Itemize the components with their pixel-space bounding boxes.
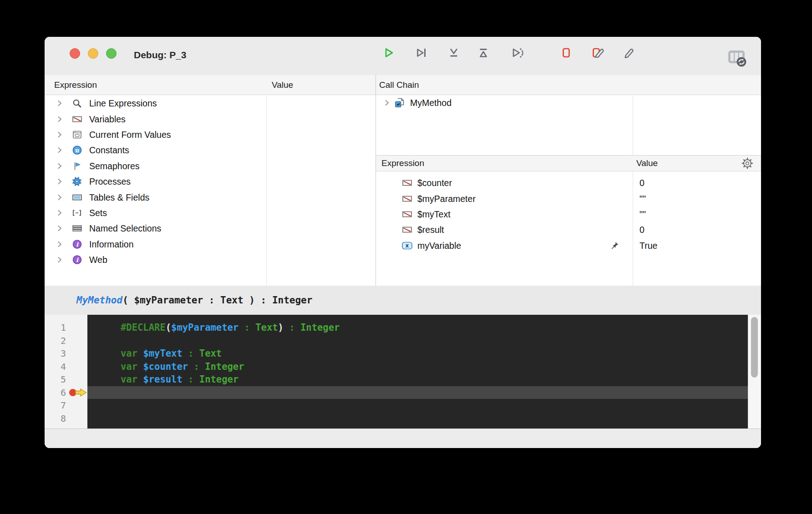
chevron-right-icon[interactable] xyxy=(57,210,62,216)
chevron-right-icon[interactable] xyxy=(57,257,62,263)
variable-icon xyxy=(400,196,414,202)
pin-icon[interactable] xyxy=(610,241,619,250)
variable-icon xyxy=(70,116,84,122)
code-line-4[interactable]: var $counter : Integer xyxy=(87,360,748,373)
line-number-8[interactable]: 8 xyxy=(45,412,66,425)
tree-item-label: Variables xyxy=(89,114,126,124)
line-number-1[interactable]: 1 xyxy=(45,321,66,334)
line-number-5[interactable]: 5 xyxy=(45,373,66,386)
call-chain-column-divider[interactable] xyxy=(633,95,633,155)
line-number-6[interactable]: 6 xyxy=(45,386,66,399)
editor-scrollbar-thumb[interactable] xyxy=(751,317,758,378)
chevron-right-icon[interactable] xyxy=(57,178,62,185)
watch-column-divider[interactable] xyxy=(633,171,633,286)
signature-method-name: MyMethod xyxy=(76,295,122,306)
call-chain-item-label: MyMethod xyxy=(410,98,452,108)
step-into-process-button[interactable] xyxy=(506,44,526,64)
code-line-2[interactable] xyxy=(87,334,748,348)
code-line-7[interactable] xyxy=(87,399,748,412)
tree-item-label: Web xyxy=(89,255,107,265)
chevron-right-icon[interactable] xyxy=(57,194,62,201)
watch-value[interactable]: 0 xyxy=(639,178,645,188)
current-line-arrow-icon xyxy=(75,388,87,399)
line-number-7[interactable]: 7 xyxy=(45,399,66,412)
continue-button[interactable] xyxy=(378,44,398,64)
left-expression-column-header[interactable]: Expression xyxy=(54,75,97,95)
watch-row-myparameter[interactable]: $myParameter"" xyxy=(376,191,761,206)
title-bar: Debug: P_3 xyxy=(45,37,761,76)
watch-value[interactable]: True xyxy=(639,240,657,251)
chevron-right-icon[interactable] xyxy=(385,100,389,106)
step-into-button[interactable] xyxy=(444,44,464,64)
tree-item-sets[interactable]: Sets xyxy=(45,205,376,221)
tree-item-label: Processes xyxy=(89,176,131,187)
watch-value-column-header[interactable]: Value xyxy=(636,156,658,171)
variable-icon xyxy=(400,211,414,217)
chevron-right-icon[interactable] xyxy=(57,116,62,122)
chevron-right-icon[interactable] xyxy=(57,131,62,138)
code-line-5[interactable]: var $result : Integer xyxy=(87,373,748,386)
step-over-button[interactable] xyxy=(411,44,431,64)
tree-item-processes[interactable]: Processes xyxy=(45,174,376,189)
window-footer xyxy=(45,428,761,448)
edit-button[interactable] xyxy=(618,44,638,64)
code-area[interactable]: #DECLARE($myParameter : Text) : Integerv… xyxy=(87,315,748,428)
tree-item-information[interactable]: iInformation xyxy=(45,237,376,252)
watch-row-myvariable[interactable]: xmyVariableTrue xyxy=(376,238,761,253)
chevron-right-icon[interactable] xyxy=(57,147,62,153)
expression-tree: Line ExpressionsVariablesCurrent Form Va… xyxy=(45,95,376,286)
watch-settings-button[interactable] xyxy=(741,157,754,170)
code-line-1[interactable]: #DECLARE($myParameter : Text) : Integer xyxy=(87,321,748,334)
watch-value[interactable]: "" xyxy=(639,209,646,219)
code-editor[interactable]: #DECLARE($myParameter : Text) : Integerv… xyxy=(45,315,761,428)
code-line-3[interactable]: var $myText : Text xyxy=(87,347,748,360)
tree-item-label: Constants xyxy=(89,145,129,156)
line-number-2[interactable]: 2 xyxy=(45,334,66,348)
line-number-4[interactable]: 4 xyxy=(45,360,66,373)
close-button[interactable] xyxy=(70,48,80,59)
step-out-button[interactable] xyxy=(473,44,493,64)
watch-expression-name: $counter xyxy=(417,178,452,188)
watch-expression-column-header[interactable]: Expression xyxy=(381,156,424,171)
call-chain-item-mymethod[interactable]: MyMethod xyxy=(376,95,761,111)
code-token: ( xyxy=(166,322,171,333)
chevron-right-icon[interactable] xyxy=(57,100,62,106)
call-chain-header: Call Chain xyxy=(379,75,419,95)
tree-item-current-form-values[interactable]: Current Form Values xyxy=(45,127,376,142)
tree-item-line-expressions[interactable]: Line Expressions xyxy=(45,96,376,111)
watch-row-counter[interactable]: $counter0 xyxy=(376,175,761,191)
chevron-right-icon[interactable] xyxy=(57,225,62,232)
svg-text:x: x xyxy=(405,242,409,249)
tree-item-tables-fields[interactable]: Tables & Fields xyxy=(45,189,376,205)
breakpoint-gutter[interactable]: 12345678 xyxy=(45,315,87,428)
chevron-right-icon[interactable] xyxy=(57,241,62,247)
code-token: Integer xyxy=(300,322,340,333)
abort-button[interactable] xyxy=(556,44,576,64)
watch-value[interactable]: "" xyxy=(639,193,646,204)
tree-item-variables[interactable]: Variables xyxy=(45,111,376,126)
tree-item-label: Information xyxy=(89,239,134,249)
abort-edit-icon xyxy=(590,45,604,62)
left-value-column-header[interactable]: Value xyxy=(272,75,293,95)
left-column-divider[interactable] xyxy=(266,95,267,286)
editor-scrollbar[interactable] xyxy=(748,315,761,428)
code-line-6[interactable] xyxy=(87,386,748,399)
toggle-panels-refresh-button[interactable] xyxy=(726,48,748,69)
tree-item-web[interactable]: iWeb xyxy=(45,252,376,267)
tree-item-constants[interactable]: πConstants xyxy=(45,142,376,158)
watch-row-result[interactable]: $result0 xyxy=(376,222,761,237)
zoom-button[interactable] xyxy=(106,48,117,59)
watch-value[interactable]: 0 xyxy=(639,225,645,235)
tree-item-named-selections[interactable]: Named Selections xyxy=(45,221,376,236)
line-number-3[interactable]: 3 xyxy=(45,347,66,360)
code-line-8[interactable] xyxy=(87,412,748,425)
abort-and-edit-button[interactable] xyxy=(587,44,607,64)
chevron-right-icon[interactable] xyxy=(57,163,62,169)
watch-row-mytext[interactable]: $myText"" xyxy=(376,207,761,222)
minimize-button[interactable] xyxy=(88,48,98,59)
watch-panel-header: Expression Value xyxy=(376,155,761,171)
tree-item-semaphores[interactable]: Semaphores xyxy=(45,158,376,174)
watch-expression-name: $myText xyxy=(417,209,451,219)
info-icon: i xyxy=(70,255,84,265)
panel-splitter[interactable] xyxy=(376,75,376,286)
